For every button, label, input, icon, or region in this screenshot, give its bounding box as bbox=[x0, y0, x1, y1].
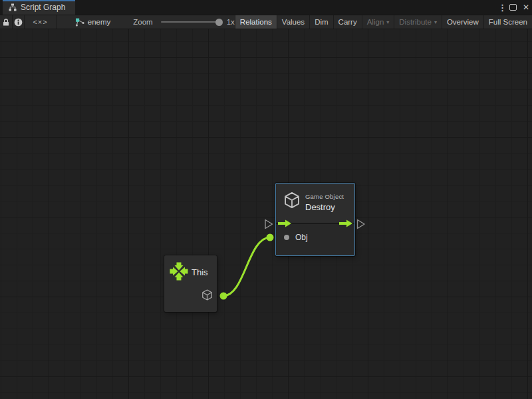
game-object-icon bbox=[283, 191, 301, 209]
zoom-control: Zoom 1x bbox=[133, 15, 235, 29]
dropdown-caret-icon: ▾ bbox=[386, 19, 389, 25]
tab-script-graph[interactable]: Script Graph bbox=[3, 0, 75, 15]
obj-port-label: Obj bbox=[295, 233, 308, 242]
info-button[interactable] bbox=[13, 15, 25, 29]
graph-hierarchy-icon bbox=[9, 3, 17, 11]
breadcrumb-graph-name: enemy bbox=[88, 18, 111, 26]
script-graph-asset-icon bbox=[75, 17, 84, 27]
connection-wire[interactable] bbox=[223, 237, 270, 296]
connections-layer bbox=[0, 29, 532, 399]
overview-button[interactable]: Overview bbox=[442, 15, 483, 29]
zoom-value: 1x bbox=[227, 18, 235, 26]
lock-button[interactable] bbox=[0, 15, 13, 29]
align-button[interactable]: Align ▾ bbox=[362, 15, 394, 29]
distribute-button[interactable]: Distribute ▾ bbox=[394, 15, 442, 29]
active-tab-accent bbox=[3, 0, 75, 1]
values-button[interactable]: Values bbox=[277, 15, 309, 29]
angle-x-icon: <×> bbox=[33, 18, 47, 26]
control-input-arrow-icon[interactable] bbox=[278, 219, 291, 227]
node-title: Destroy bbox=[305, 202, 344, 212]
info-icon bbox=[14, 18, 23, 27]
wire-start-dot[interactable] bbox=[220, 293, 227, 300]
zoom-slider-track[interactable] bbox=[161, 21, 221, 23]
dropdown-caret-icon: ▾ bbox=[434, 19, 437, 25]
insert-unit-button[interactable]: <×> bbox=[25, 15, 56, 29]
node-destroy[interactable]: Game Object Destroy Obj bbox=[275, 183, 355, 256]
carry-button[interactable]: Carry bbox=[333, 15, 362, 29]
control-output-arrow-icon[interactable] bbox=[339, 219, 352, 227]
window-menu-icon[interactable]: ⋮ bbox=[498, 3, 503, 13]
node-destroy-header: Game Object Destroy bbox=[276, 184, 354, 223]
relations-button[interactable]: Relations bbox=[235, 15, 277, 29]
graph-toolbar: <×> enemy Zoom 1x Relations Values Dim C… bbox=[0, 15, 532, 29]
node-this[interactable]: This bbox=[164, 255, 217, 312]
window-tab-bar: Script Graph ⋮ ✕ bbox=[0, 0, 532, 15]
node-this-title: This bbox=[192, 267, 208, 277]
node-category: Game Object bbox=[305, 193, 344, 200]
control-input-port-outline[interactable] bbox=[265, 220, 273, 229]
tab-title: Script Graph bbox=[21, 3, 65, 12]
wire-end-dot[interactable] bbox=[267, 234, 274, 241]
zoom-label: Zoom bbox=[133, 18, 152, 26]
zoom-slider-handle[interactable] bbox=[215, 19, 223, 26]
maximize-icon[interactable] bbox=[509, 4, 517, 11]
breadcrumb[interactable]: enemy bbox=[70, 15, 116, 29]
obj-port-row: Obj bbox=[276, 233, 308, 242]
lock-icon bbox=[2, 18, 10, 27]
control-output-port-outline[interactable] bbox=[358, 220, 365, 229]
this-self-icon bbox=[170, 262, 188, 281]
obj-input-port[interactable] bbox=[284, 235, 289, 240]
game-object-output-port[interactable] bbox=[201, 289, 213, 301]
close-icon[interactable]: ✕ bbox=[523, 3, 529, 12]
graph-canvas[interactable]: This Game Object Destroy Obj bbox=[0, 29, 532, 399]
dim-button[interactable]: Dim bbox=[309, 15, 332, 29]
full-screen-button[interactable]: Full Screen bbox=[483, 15, 532, 29]
